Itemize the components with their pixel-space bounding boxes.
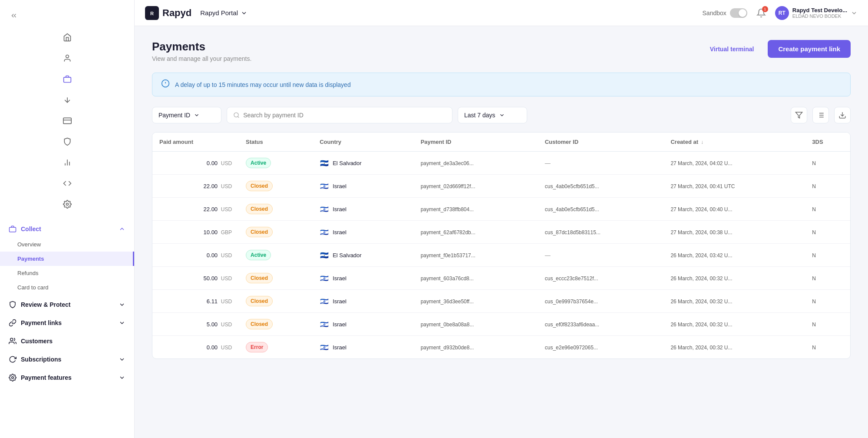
table-row[interactable]: 22.00 USD Closed 🇮🇱 Israel payment_d738f… xyxy=(152,198,850,221)
nav-group-customers-label: Customers xyxy=(21,338,53,345)
topnav-right: Sandbox 1 RT Rapyd Test Develo... ELDAD … xyxy=(703,6,858,20)
svg-point-10 xyxy=(10,338,13,341)
portal-selector[interactable]: Rapyd Portal xyxy=(197,7,251,18)
sidebar-icon-code[interactable] xyxy=(58,174,77,193)
date-range-dropdown[interactable]: Last 7 days xyxy=(458,107,527,123)
svg-line-18 xyxy=(238,116,239,118)
table-row[interactable]: 50.00 USD Closed 🇮🇱 Israel payment_603a7… xyxy=(152,267,850,290)
cell-3ds: N xyxy=(805,175,850,198)
nav-item-payments[interactable]: Payments xyxy=(0,252,134,266)
country-flag-icon: 🇮🇱 xyxy=(320,298,329,305)
table-row[interactable]: 0.00 USD Active 🇸🇻 El Salvador payment_f… xyxy=(152,244,850,267)
alert-banner: A delay of up to 15 minutes may occur un… xyxy=(152,73,851,96)
cell-country: 🇸🇻 El Salvador xyxy=(313,152,413,175)
sidebar-icon-chart[interactable] xyxy=(58,153,77,172)
nav-group-payment-links-label: Payment links xyxy=(21,319,62,326)
nav-group-collect-header[interactable]: Collect xyxy=(0,221,134,237)
header-actions: Virtual terminal Create payment link xyxy=(703,40,851,58)
filter-type-label: Payment ID xyxy=(158,112,190,119)
search-input[interactable] xyxy=(243,112,446,119)
sidebar-icon-collect[interactable] xyxy=(58,70,77,89)
cell-payment-id: payment_0be8a08a8... xyxy=(414,313,538,336)
sidebar-icon-home[interactable] xyxy=(58,28,77,47)
user-sub: ELDAD NEVO BODEK xyxy=(792,13,847,19)
nav-group-subscriptions: Subscriptions xyxy=(0,351,134,368)
topnav-left: R Rapyd Rapyd Portal xyxy=(145,6,251,20)
cell-3ds: N xyxy=(805,198,850,221)
filter-type-dropdown[interactable]: Payment ID xyxy=(152,107,221,123)
cell-3ds: N xyxy=(805,267,850,290)
cell-payment-id: payment_02d669ff12f... xyxy=(414,175,538,198)
cell-country: 🇮🇱 Israel xyxy=(313,290,413,313)
cell-customer-id: cus_eccc23c8e7512f... xyxy=(538,267,664,290)
cell-country: 🇮🇱 Israel xyxy=(313,313,413,336)
table-row[interactable]: 6.11 USD Closed 🇮🇱 Israel payment_36d3ee… xyxy=(152,290,850,313)
virtual-terminal-button[interactable]: Virtual terminal xyxy=(703,42,761,56)
cell-status: Closed xyxy=(239,198,313,221)
nav-item-overview[interactable]: Overview xyxy=(0,237,134,252)
nav-group-subscriptions-header[interactable]: Subscriptions xyxy=(0,351,134,368)
user-info: Rapyd Test Develo... ELDAD NEVO BODEK xyxy=(792,7,847,19)
export-icon-button[interactable] xyxy=(834,107,851,123)
th-payment-id: Payment ID xyxy=(414,133,538,152)
sidebar-icon-shield[interactable] xyxy=(58,132,77,151)
th-created-at[interactable]: Created at ↓ xyxy=(663,133,805,152)
alert-info-icon xyxy=(161,79,170,90)
sidebar-icon-transfers[interactable] xyxy=(58,90,77,110)
cell-3ds: N xyxy=(805,152,850,175)
table-row[interactable]: 22.00 USD Closed 🇮🇱 Israel payment_02d66… xyxy=(152,175,850,198)
table-row[interactable]: 0.00 USD Active 🇸🇻 El Salvador payment_d… xyxy=(152,152,850,175)
filters-row: Payment ID Last 7 days xyxy=(152,107,851,123)
sidebar-icon-settings[interactable] xyxy=(58,195,77,214)
nav-group-payment-links: Payment links xyxy=(0,315,134,331)
create-payment-button[interactable]: Create payment link xyxy=(768,40,851,58)
sandbox-toggle-switch[interactable] xyxy=(730,8,747,18)
toggle-knob xyxy=(739,9,746,17)
svg-text:R: R xyxy=(150,10,154,16)
table-row[interactable]: 5.00 USD Closed 🇮🇱 Israel payment_0be8a0… xyxy=(152,313,850,336)
svg-point-17 xyxy=(234,113,238,117)
cell-created-at: 26 March, 2024, 00:32 U... xyxy=(663,313,805,336)
cell-payment-id: payment_62af6782db... xyxy=(414,221,538,244)
columns-icon-button[interactable] xyxy=(812,107,829,123)
date-range-chevron-icon xyxy=(499,112,505,118)
nav-group-review-header[interactable]: Review & Protect xyxy=(0,296,134,313)
cell-created-at: 27 March, 2024, 00:38 U... xyxy=(663,221,805,244)
cell-country: 🇮🇱 Israel xyxy=(313,221,413,244)
cell-payment-id: payment_de3a3ec06... xyxy=(414,152,538,175)
cell-payment-id: payment_d932b0de8... xyxy=(414,336,538,359)
payments-table-container: Paid amount Status Country Payment ID xyxy=(152,132,851,359)
user-area[interactable]: RT Rapyd Test Develo... ELDAD NEVO BODEK xyxy=(775,6,858,20)
svg-rect-3 xyxy=(63,118,71,123)
nav-group-payment-links-header[interactable]: Payment links xyxy=(0,315,134,331)
logo-text: Rapyd xyxy=(162,7,191,19)
cell-payment-id: payment_36d3ee50ff... xyxy=(414,290,538,313)
th-3ds: 3DS xyxy=(805,133,850,152)
svg-point-0 xyxy=(66,55,69,58)
th-country: Country xyxy=(313,133,413,152)
filter-type-chevron-icon xyxy=(194,112,200,118)
nav-item-refunds[interactable]: Refunds xyxy=(0,266,134,280)
sidebar-icon-card[interactable] xyxy=(58,111,77,130)
filter-icon-button[interactable] xyxy=(791,107,807,123)
cell-created-at: 26 March, 2024, 03:42 U... xyxy=(663,244,805,267)
table-row[interactable]: 0.00 USD Error 🇮🇱 Israel payment_d932b0d… xyxy=(152,336,850,359)
date-range-label: Last 7 days xyxy=(464,112,495,119)
page-header: Payments View and manage all your paymen… xyxy=(152,40,851,62)
sidebar-collapse-btn[interactable] xyxy=(7,9,21,23)
th-paid-amount: Paid amount xyxy=(152,133,239,152)
logo: R Rapyd xyxy=(145,6,191,20)
nav-group-payment-features-header[interactable]: Payment features xyxy=(0,369,134,386)
nav-group-customers-header[interactable]: Customers xyxy=(0,333,134,349)
table-row[interactable]: 10.00 GBP Closed 🇮🇱 Israel payment_62af6… xyxy=(152,221,850,244)
nav-group-review-label: Review & Protect xyxy=(21,301,70,308)
country-flag-icon: 🇮🇱 xyxy=(320,321,329,328)
country-flag-icon: 🇮🇱 xyxy=(320,344,329,351)
nav-item-card-to-card[interactable]: Card to card xyxy=(0,280,134,295)
notifications-button[interactable]: 1 xyxy=(754,6,768,20)
cell-created-at: 26 March, 2024, 00:32 U... xyxy=(663,267,805,290)
cell-3ds: N xyxy=(805,244,850,267)
review-chevron-icon xyxy=(119,301,125,308)
notification-badge: 1 xyxy=(762,6,768,12)
sidebar-icon-user[interactable] xyxy=(58,49,77,68)
